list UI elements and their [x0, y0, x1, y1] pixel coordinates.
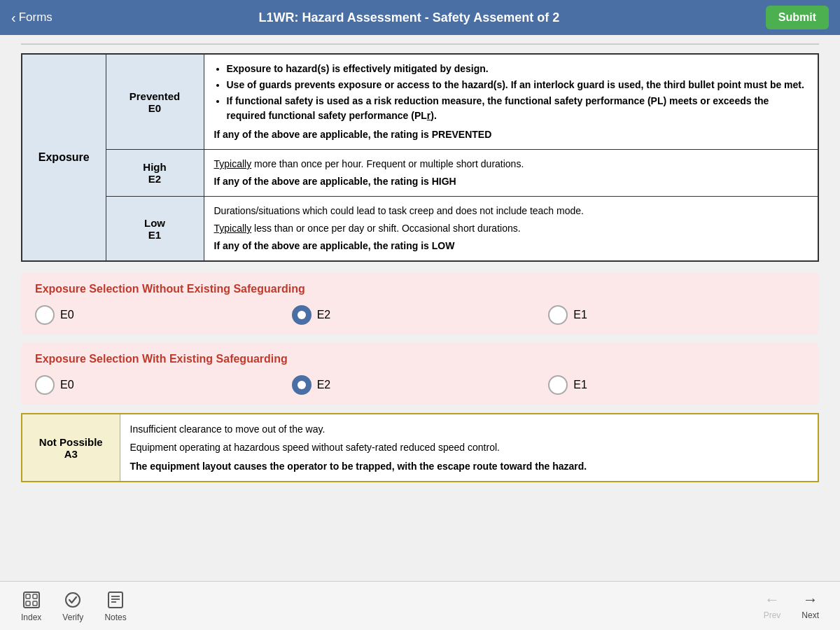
footer-next[interactable]: → Next	[802, 592, 819, 620]
app-header: ‹ Forms L1WR: Hazard Assessment - Safety…	[0, 0, 840, 35]
prevented-bullet-3: If functional safety is used as a risk r…	[227, 94, 808, 123]
selection-without-safeguarding: Exposure Selection Without Existing Safe…	[21, 273, 819, 335]
selection-without-title: Exposure Selection Without Existing Safe…	[35, 283, 805, 295]
prevented-label: Prevented E0	[106, 54, 204, 150]
high-title: High	[143, 161, 166, 173]
radio-with-e0-circle[interactable]	[35, 375, 55, 395]
next-arrow-icon: →	[803, 592, 818, 608]
footer-prev[interactable]: ← Prev	[764, 592, 781, 620]
low-content: Durations/situations which could lead to…	[204, 197, 818, 262]
radio-with-e2[interactable]: E2	[292, 375, 549, 395]
radio-without-e2-label: E2	[317, 309, 331, 321]
app-footer: Index Verify Notes	[0, 581, 840, 630]
exposure-reference-table: Exposure Prevented E0 Exposure to hazard…	[21, 53, 819, 262]
verify-label: Verify	[62, 612, 83, 622]
radio-without-e1[interactable]: E1	[548, 305, 805, 325]
not-possible-label: Not Possible A3	[22, 414, 120, 482]
high-bold-line: If any of the above are applicable, the …	[214, 174, 808, 189]
high-line1: Typically more than once per hour. Frequ…	[214, 157, 808, 172]
main-content: Exposure Prevented E0 Exposure to hazard…	[0, 35, 840, 581]
index-icon	[22, 590, 41, 610]
prevented-code: E0	[148, 102, 161, 114]
selection-with-radio-group: E0 E2 E1	[35, 375, 805, 395]
selection-with-safeguarding: Exposure Selection With Existing Safegua…	[21, 343, 819, 405]
avoidance-reference-table: Not Possible A3 Insufficient clearance t…	[21, 413, 819, 482]
top-divider	[21, 43, 819, 45]
high-label: High E2	[106, 150, 204, 197]
footer-right-nav: ← Prev → Next	[764, 592, 819, 620]
svg-rect-3	[26, 601, 30, 606]
prevented-title: Prevented	[130, 90, 181, 102]
prevented-bullet-1: Exposure to hazard(s) is effectively mit…	[227, 62, 808, 76]
svg-rect-1	[26, 594, 30, 598]
low-line1: Durations/situations which could lead to…	[214, 204, 808, 218]
selection-with-title: Exposure Selection With Existing Safegua…	[35, 353, 805, 365]
prevented-bullet-2: Use of guards prevents exposure or acces…	[227, 78, 808, 92]
footer-left-nav: Index Verify Notes	[21, 590, 127, 622]
avoidance-line1: Insufficient clearance to move out of th…	[130, 421, 808, 437]
svg-point-5	[66, 593, 80, 607]
not-possible-title: Not Possible	[39, 436, 103, 448]
selection-without-radio-group: E0 E2 E1	[35, 305, 805, 325]
radio-with-e2-circle[interactable]	[292, 375, 312, 395]
not-possible-code: A3	[64, 448, 78, 460]
prevented-bold-line: If any of the above are applicable, the …	[214, 127, 808, 142]
radio-without-e1-circle[interactable]	[548, 305, 568, 325]
low-bold-line: If any of the above are applicable, the …	[214, 239, 808, 253]
svg-rect-2	[33, 594, 37, 598]
avoidance-line3: The equipment layout causes the operator…	[130, 458, 808, 474]
prev-arrow-icon: ←	[764, 592, 780, 608]
radio-without-e2[interactable]: E2	[292, 305, 549, 325]
not-possible-content: Insufficient clearance to move out of th…	[120, 414, 818, 482]
footer-verify[interactable]: Verify	[62, 590, 83, 622]
footer-index[interactable]: Index	[21, 590, 41, 622]
back-label: Forms	[19, 10, 52, 24]
radio-without-e1-label: E1	[573, 309, 587, 321]
radio-with-e2-label: E2	[317, 379, 331, 391]
notes-icon	[106, 590, 125, 610]
high-content: Typically more than once per hour. Frequ…	[204, 150, 818, 197]
exposure-row-header: Exposure	[22, 54, 106, 261]
prevented-content: Exposure to hazard(s) is effectively mit…	[204, 54, 818, 150]
radio-with-e1[interactable]: E1	[548, 375, 805, 395]
submit-button[interactable]: Submit	[766, 6, 829, 29]
radio-with-e0[interactable]: E0	[35, 375, 292, 395]
low-label: Low E1	[106, 197, 204, 262]
back-chevron-icon: ‹	[11, 10, 16, 26]
prev-label: Prev	[764, 610, 781, 620]
page-title: L1WR: Hazard Assessment - Safety Assemen…	[258, 10, 559, 25]
svg-rect-6	[108, 592, 122, 608]
index-label: Index	[21, 612, 41, 622]
footer-notes[interactable]: Notes	[104, 590, 126, 622]
verify-icon	[63, 590, 83, 610]
radio-without-e0-circle[interactable]	[35, 305, 55, 325]
radio-without-e2-circle[interactable]	[292, 305, 312, 325]
radio-without-e0-label: E0	[60, 309, 74, 321]
radio-with-e1-circle[interactable]	[548, 375, 568, 395]
back-button[interactable]: ‹ Forms	[11, 10, 52, 26]
next-label: Next	[802, 610, 819, 620]
low-line2: Typically less than or once per day or s…	[214, 221, 808, 236]
radio-with-e0-label: E0	[60, 379, 74, 391]
radio-with-e1-label: E1	[573, 379, 587, 391]
avoidance-line2: Equipment operating at hazardous speed w…	[130, 440, 808, 455]
low-code: E1	[148, 229, 161, 241]
notes-label: Notes	[104, 612, 126, 622]
high-code: E2	[148, 173, 161, 185]
low-title: Low	[144, 217, 165, 229]
radio-without-e0[interactable]: E0	[35, 305, 292, 325]
svg-rect-4	[33, 601, 37, 606]
